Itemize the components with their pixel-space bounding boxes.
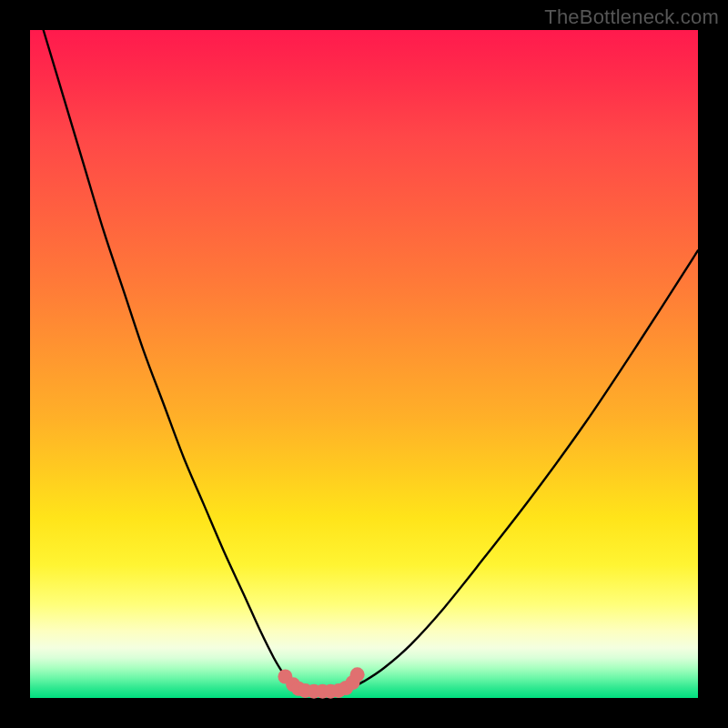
watermark-text: TheBottleneck.com — [544, 5, 719, 29]
curve-layer — [30, 30, 698, 698]
valley-marker — [350, 667, 365, 682]
bottleneck-curve — [44, 30, 698, 692]
plot-area — [30, 30, 698, 698]
chart-frame: TheBottleneck.com — [0, 0, 728, 728]
